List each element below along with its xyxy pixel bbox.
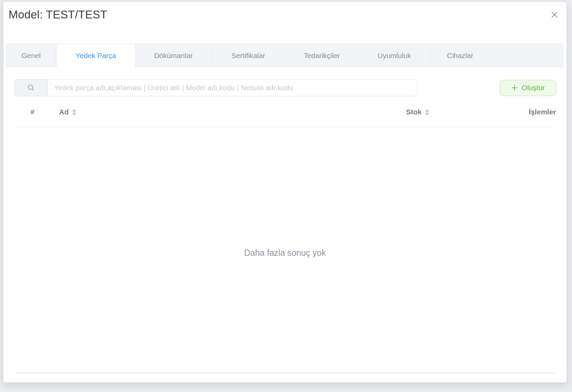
tab-tedarikciler[interactable]: Tedarikçiler [285,44,359,67]
column-header-stok[interactable]: Stok [395,108,430,116]
sort-arrows-icon[interactable] [72,109,77,115]
x-icon [550,11,559,19]
table-header-row: # Ad Stok İşlemler [14,104,556,120]
search-icon-box [14,80,48,96]
tab-bar-filler [490,44,563,67]
tab-uyumluluk[interactable]: Uyumluluk [359,44,430,67]
sort-arrows-icon[interactable] [425,109,430,115]
tab-bar: Genel Yedek Parça Dökümanlar Sertifikala… [6,44,563,67]
magnifier-icon [27,84,35,92]
column-header-islemler: İşlemler [430,108,556,116]
column-header-ad-label: Ad [59,108,69,116]
tab-yedek-parca[interactable]: Yedek Parça [56,44,136,67]
create-button-label: Oluştur [522,84,545,92]
create-button[interactable]: Oluştur [500,80,556,96]
column-header-ad[interactable]: Ad [59,108,395,116]
tab-sertifikalar[interactable]: Sertifikalar [212,44,285,67]
table-footer-divider [15,373,556,373]
toolbar: Oluştur [14,79,556,96]
model-detail-dialog: Model: TEST/TEST Genel Yedek Parça Döküm… [3,2,567,382]
page-title: Model: TEST/TEST [9,8,107,21]
tab-cihazlar[interactable]: Cihazlar [430,44,490,67]
plus-icon [511,84,518,92]
dialog-header: Model: TEST/TEST [3,2,567,40]
search-group [14,79,417,96]
column-header-stok-label: Stok [406,108,422,116]
empty-state-text: Daha fazla sonuç yok [3,248,567,258]
close-button[interactable] [550,10,559,19]
table-header-divider [15,128,556,128]
tab-dokumanlar[interactable]: Dökümanlar [136,44,212,67]
search-input[interactable] [48,80,417,96]
column-header-index: # [30,108,59,116]
tab-genel[interactable]: Genel [6,44,56,67]
